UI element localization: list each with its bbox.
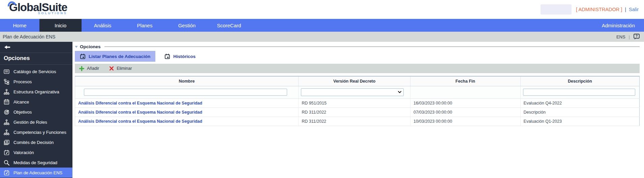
table-row[interactable]: Análisis Diferencial contra el Esquema N… xyxy=(75,108,640,117)
nav-item-gestion[interactable]: Gestión xyxy=(166,19,208,32)
sidebar-item-gestion-de-roles[interactable]: Gestión de Roles xyxy=(0,117,72,127)
logout-link[interactable]: Salir xyxy=(629,7,639,12)
tab-listar-planes-de-adecuacion[interactable]: Listar Planes de Adecuación xyxy=(75,51,155,62)
search-icon xyxy=(3,159,10,166)
app-header: GlobalSuite SOLUTIONS [ ADMINISTRADOR ] … xyxy=(0,0,644,19)
nav-item-inicio[interactable]: Inicio xyxy=(39,19,82,32)
sidebar-item-estructura-organizativa[interactable]: Estructura Organizativa xyxy=(0,87,72,97)
catalog-icon xyxy=(3,68,10,75)
sidebar-item-label: Gestión de Roles xyxy=(13,120,47,125)
descripcion-cell: Evaluación Q4-2022 xyxy=(520,98,639,108)
tab-label: Listar Planes de Adecuación xyxy=(89,54,150,59)
calendar-icon xyxy=(3,99,10,105)
nav-item-home[interactable]: Home xyxy=(0,19,39,32)
calendar-icon xyxy=(80,54,86,59)
fecha-fin-cell: 07/03/2023 00:00:00 xyxy=(410,108,520,117)
header-user-area: [ ADMINISTRADOR ] | Salir xyxy=(541,4,639,14)
sidebar-item-catalogo-de-servicios[interactable]: Catálogo de Servicios xyxy=(0,66,72,77)
panel-divider xyxy=(104,47,640,47)
sidebar-title: Opciones xyxy=(0,53,72,65)
x-icon xyxy=(109,66,114,71)
sidebar-item-comites-de-decision[interactable]: Comités de Decisión xyxy=(0,137,72,147)
user-organization-box xyxy=(541,4,572,14)
options-panel-header: Opciones xyxy=(75,44,640,49)
sidebar-item-plan-de-adecuacion-ens[interactable]: Plan de Adecuación ENS xyxy=(0,168,72,178)
plus-icon xyxy=(79,66,84,71)
sidebar-menu: Catálogo de Servicios Procesos Estructur… xyxy=(0,66,72,178)
nav-item-analisis[interactable]: Análisis xyxy=(82,19,124,32)
sidebar-item-medidas-de-seguridad[interactable]: Medidas de Seguridad xyxy=(0,157,72,168)
ens-tag: ENS xyxy=(616,34,625,39)
column-header-fecha-fin: Fecha Fin xyxy=(410,76,520,86)
collapse-caret-icon[interactable] xyxy=(75,46,78,48)
plan-link[interactable]: Análisis Diferencial contra el Esquema N… xyxy=(78,119,202,124)
sidebar-item-label: Procesos xyxy=(13,79,32,84)
fecha-fin-cell: 16/03/2023 00:00:00 xyxy=(410,98,520,108)
org-tree-icon xyxy=(3,89,10,95)
breadcrumb-bar: Plan de Adecuación ENS ENS | ? xyxy=(0,32,644,42)
calendar-select-icon xyxy=(3,149,10,156)
sidebar-item-label: Valoración xyxy=(13,150,34,155)
header-separator: | xyxy=(625,7,626,12)
sidebar-item-label: Alcance xyxy=(13,99,29,105)
id-card-icon xyxy=(3,139,10,146)
sidebar-collapse-button[interactable] xyxy=(0,42,72,53)
table-row[interactable]: Análisis Diferencial contra el Esquema N… xyxy=(75,98,640,108)
arrow-left-icon xyxy=(4,44,10,50)
tabs: Listar Planes de Adecuación Históricos xyxy=(75,51,640,62)
nav-item-administracion[interactable]: Administración xyxy=(593,19,644,32)
column-header-nombre: Nombre xyxy=(75,76,299,86)
version-filter-select[interactable] xyxy=(301,88,404,96)
calendar-select-icon xyxy=(3,170,10,176)
sidebar-item-label: Comités de Decisión xyxy=(13,140,54,145)
table-toolbar: Añadir Eliminar xyxy=(75,64,640,73)
nav-item-planes[interactable]: Planes xyxy=(124,19,166,32)
column-header-version-real-decreto: Versión Real Decreto xyxy=(299,76,410,86)
user-role-label: [ ADMINISTRADOR ] xyxy=(576,7,622,12)
descripcion-filter-input[interactable] xyxy=(523,89,635,96)
app-root: GlobalSuite SOLUTIONS [ ADMINISTRADOR ] … xyxy=(0,0,644,178)
fecha-fin-filter-cell xyxy=(410,86,520,98)
sidebar-item-alcance[interactable]: Alcance xyxy=(0,97,72,107)
add-button[interactable]: Añadir xyxy=(79,66,99,71)
tab-historicos[interactable]: Históricos xyxy=(159,51,201,62)
plan-link[interactable]: Análisis Diferencial contra el Esquema N… xyxy=(78,101,202,106)
fecha-fin-cell: 10/03/2023 00:00:00 xyxy=(410,117,520,126)
table-row[interactable]: Análisis Diferencial contra el Esquema N… xyxy=(75,117,640,126)
content-area: Opciones Catálogo de Servicios Procesos xyxy=(0,42,644,178)
add-button-label: Añadir xyxy=(87,66,99,71)
target-icon xyxy=(3,109,10,115)
version-cell: RD 951/2015 xyxy=(299,98,410,108)
nombre-filter-input[interactable] xyxy=(84,89,287,96)
tab-label: Históricos xyxy=(173,54,195,59)
column-header-descripcion: Descripción xyxy=(520,76,639,86)
sidebar-item-objetivos[interactable]: Objetivos xyxy=(0,107,72,117)
org-tree-icon xyxy=(3,119,10,125)
org-tree-icon xyxy=(3,129,10,136)
sidebar-item-label: Objetivos xyxy=(13,110,32,115)
plan-link[interactable]: Análisis Diferencial contra el Esquema N… xyxy=(78,110,202,115)
sidebar: Opciones Catálogo de Servicios Procesos xyxy=(0,42,72,178)
table-header-row: Nombre Versión Real Decreto Fecha Fin De… xyxy=(75,76,640,86)
sidebar-item-label: Medidas de Seguridad xyxy=(13,160,57,165)
sidebar-item-label: Estructura Organizativa xyxy=(13,89,59,94)
nav-item-scorecard[interactable]: ScoreCard xyxy=(208,19,250,32)
sidebar-item-valoracion[interactable]: Valoración xyxy=(0,147,72,157)
help-icon[interactable]: ? xyxy=(633,33,640,40)
sidebar-item-label: Plan de Adecuación ENS xyxy=(13,170,62,175)
descripcion-cell: Descripción xyxy=(520,108,639,117)
breadcrumb-right: ENS | ? xyxy=(616,33,640,40)
breadcrumb-separator: | xyxy=(629,34,630,39)
svg-text:?: ? xyxy=(636,34,638,38)
main-nav: Home Inicio Análisis Planes Gestión Scor… xyxy=(0,19,644,32)
options-panel-title: Opciones xyxy=(80,44,101,49)
calendar-icon xyxy=(164,54,170,59)
plans-table: Nombre Versión Real Decreto Fecha Fin De… xyxy=(75,76,640,126)
process-icon xyxy=(3,79,10,85)
sidebar-item-competencias-y-funciones[interactable]: Competencias y Funciones xyxy=(0,127,72,137)
delete-button[interactable]: Eliminar xyxy=(109,66,132,71)
main-panel: Opciones Listar Planes de Adecuación xyxy=(72,42,644,178)
sidebar-item-procesos[interactable]: Procesos xyxy=(0,77,72,87)
sidebar-item-label: Catálogo de Servicios xyxy=(13,69,56,74)
version-cell: RD 311/2022 xyxy=(299,108,410,117)
